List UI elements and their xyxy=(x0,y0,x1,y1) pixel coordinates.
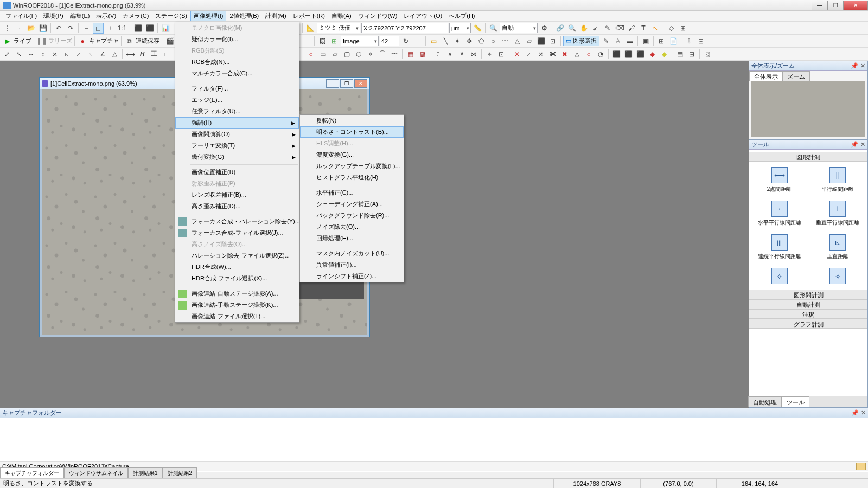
m6-icon[interactable]: ⊾ xyxy=(61,49,72,60)
undo-icon[interactable]: ↶ xyxy=(53,23,64,34)
sel-c-icon[interactable]: ⬛ xyxy=(535,36,546,47)
capture-label[interactable]: キャプチャ xyxy=(89,37,119,45)
menu-entry[interactable]: ラインシフト補正(Z)... xyxy=(300,271,404,282)
menu-entry[interactable]: ノイズ除去(O)... xyxy=(300,221,404,233)
c1-icon[interactable]: ⬛ xyxy=(611,49,622,60)
sel-rect-icon[interactable]: ▭ xyxy=(428,36,439,47)
menu-entry[interactable]: 濃度変換(G)... xyxy=(300,149,404,160)
menu-entry[interactable]: 反転(N) xyxy=(300,115,404,126)
x2-icon[interactable]: ⟋ xyxy=(524,49,534,60)
s10-icon[interactable]: ▩ xyxy=(417,49,427,60)
menu-entry[interactable]: ルックアップテーブル変換(L)... xyxy=(300,160,404,172)
menu-entry[interactable]: 異常値補正(I)... xyxy=(300,259,404,271)
overview-thumbnail[interactable] xyxy=(751,81,865,137)
sel-poly-icon[interactable]: ⬠ xyxy=(476,36,487,47)
tool-item[interactable]: ⟢ xyxy=(809,268,865,284)
tool-b-icon[interactable]: ⊞ xyxy=(678,23,688,34)
menu-item[interactable]: レポート(R) xyxy=(290,11,328,21)
sel-free-icon[interactable]: 〰 xyxy=(500,36,510,47)
hand-icon[interactable]: ✋ xyxy=(578,23,589,34)
image-combo[interactable]: Image xyxy=(341,36,379,46)
open-icon[interactable]: 📂 xyxy=(25,23,36,34)
seq-label[interactable]: 連続保存 xyxy=(136,37,159,45)
menu-item[interactable]: 2値処理(B) xyxy=(226,11,262,21)
m12-icon[interactable]: H xyxy=(137,49,148,60)
mono-icon[interactable]: ⬛ xyxy=(144,23,155,34)
tool-section-annot[interactable]: 注釈 xyxy=(749,309,867,319)
menu-entry[interactable]: マスク内ノイズカット(U)... xyxy=(300,248,404,259)
tool-section-graph[interactable]: グラフ計測 xyxy=(749,319,867,329)
s9-icon[interactable]: ▦ xyxy=(405,49,416,60)
calibrate-icon[interactable]: 📏 xyxy=(472,23,483,34)
capture-tab[interactable]: 計測結果1 xyxy=(128,467,163,478)
report-icon[interactable]: 📄 xyxy=(668,36,679,47)
menu-entry[interactable]: レンズ収差補正(B)... xyxy=(175,189,299,201)
search-icon[interactable]: 🔍 xyxy=(488,23,499,34)
child-min-button[interactable]: — xyxy=(326,79,339,88)
font-icon[interactable]: A xyxy=(612,36,623,47)
refresh-icon[interactable]: ↻ xyxy=(400,36,411,47)
btab-tool[interactable]: ツール xyxy=(782,396,809,407)
tool-section-auto[interactable]: 自動計測 xyxy=(749,299,867,309)
link-icon[interactable]: 🔗 xyxy=(554,23,565,34)
tool-a-icon[interactable]: ◇ xyxy=(666,23,676,34)
child-max-button[interactable]: ❐ xyxy=(340,79,353,88)
menu-item[interactable]: ステージ(S) xyxy=(152,11,190,21)
x1-icon[interactable]: ✕ xyxy=(512,49,522,60)
menu-item[interactable]: 表示(V) xyxy=(93,11,119,21)
s1-icon[interactable]: ○ xyxy=(305,49,316,60)
menu-item[interactable]: 環境(P) xyxy=(40,11,67,21)
close-button[interactable]: ✕ xyxy=(843,1,868,10)
menu-entry[interactable]: ヒストグラム平坦化(H) xyxy=(300,172,404,183)
menu-entry[interactable]: 画像間演算(O)▶ xyxy=(175,129,299,140)
menu-item[interactable]: 自動(A) xyxy=(328,11,355,21)
menu-item[interactable]: 計測(M) xyxy=(262,11,290,21)
menu-entry[interactable]: バックグラウンド除去(R)... xyxy=(300,210,404,221)
eyedrop-icon[interactable]: ✎ xyxy=(602,23,613,34)
c4-icon[interactable]: ◆ xyxy=(647,49,658,60)
settings-icon[interactable]: ⚙ xyxy=(539,23,550,34)
close-panel-icon[interactable]: ✕ xyxy=(860,62,865,69)
x4-icon[interactable]: ✀ xyxy=(547,49,558,60)
x3-icon[interactable]: ⤨ xyxy=(535,49,546,60)
x7-icon[interactable]: ○ xyxy=(583,49,594,60)
zoom-tool-icon[interactable]: 🔍 xyxy=(566,23,577,34)
color-icon[interactable]: ▬ xyxy=(624,36,635,47)
c7-icon[interactable]: ⊟ xyxy=(686,49,697,60)
sequence-icon[interactable]: ⧉ xyxy=(124,36,135,47)
s4-icon[interactable]: ▢ xyxy=(341,49,352,60)
record-icon[interactable]: ● xyxy=(77,36,88,47)
tool-item[interactable]: ‖平行線間距離 xyxy=(809,167,865,193)
edit-icon[interactable]: ✎ xyxy=(601,36,611,47)
menu-entry[interactable]: 画像連結-ファイル選択(L)... xyxy=(175,311,299,322)
folder-icon[interactable] xyxy=(856,463,866,470)
tool-section-shapes[interactable]: 図形計測 xyxy=(749,152,867,162)
paint-icon[interactable]: 🖌 xyxy=(626,23,637,34)
m3-icon[interactable]: ↔ xyxy=(25,49,36,60)
tool-item[interactable]: ⊾垂直距離 xyxy=(809,234,865,260)
sel-point-icon[interactable]: ✦ xyxy=(452,36,463,47)
menu-entry[interactable]: フィルタ(F)... xyxy=(175,83,299,94)
tool-item[interactable]: ⊥垂直平行線間距離 xyxy=(809,201,865,227)
lens-combo[interactable]: ミツミ 低倍 xyxy=(317,23,360,33)
minimize-button[interactable]: — xyxy=(812,1,828,10)
unit-combo[interactable]: μm xyxy=(449,23,471,33)
arrow-icon[interactable]: ↖ xyxy=(650,23,661,34)
c8-icon[interactable]: ⍃ xyxy=(702,49,713,60)
m9-icon[interactable]: ∠ xyxy=(97,49,108,60)
tool-section-between[interactable]: 図形間計測 xyxy=(749,290,867,299)
menu-entry[interactable]: フォーカス合成・ハレーション除去(Y)... xyxy=(175,216,299,227)
menu-item[interactable]: ファイル(F) xyxy=(2,11,40,21)
thumb-icon[interactable]: 🖼 xyxy=(317,36,328,47)
menu-item[interactable]: ウィンドウ(W) xyxy=(355,11,401,21)
tool-item[interactable]: ⟡ xyxy=(751,268,807,284)
menu-entry[interactable]: RGB合成(N)... xyxy=(175,56,299,68)
m4-icon[interactable]: ↕ xyxy=(37,49,48,60)
m8-icon[interactable]: ⟍ xyxy=(85,49,96,60)
s2-icon[interactable]: ▭ xyxy=(317,49,328,60)
menu-entry[interactable]: 画像連結-自動ステージ撮影(A)... xyxy=(175,288,299,299)
menu-entry[interactable]: マルチカラー合成(C)... xyxy=(175,68,299,79)
tab-zoom[interactable]: ズーム xyxy=(782,71,810,81)
m13-icon[interactable]: 工 xyxy=(149,49,159,60)
c6-icon[interactable]: ▤ xyxy=(674,49,685,60)
